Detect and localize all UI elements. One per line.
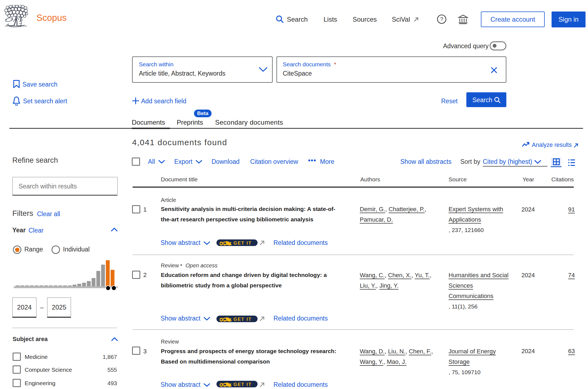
svg-text:?: ? (440, 16, 443, 22)
